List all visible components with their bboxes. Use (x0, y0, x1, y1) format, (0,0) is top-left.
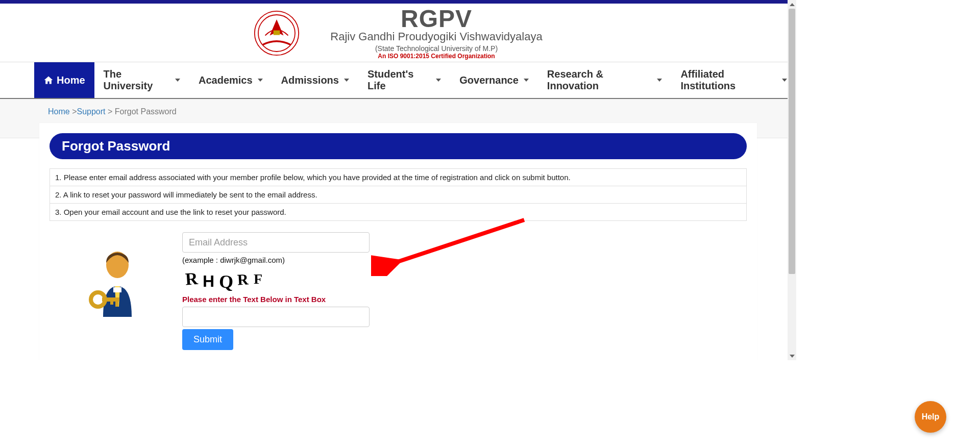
svg-text:F: F (254, 271, 262, 287)
instructions-table: 1. Please enter email address associated… (50, 168, 747, 221)
chevron-down-icon (657, 79, 662, 82)
university-logo (254, 10, 300, 56)
nav-label: Affiliated Institutions (680, 68, 777, 92)
brand-acronym: RGPV (330, 7, 542, 31)
email-example: (example : diwrjk@gmail.com) (182, 256, 747, 264)
chevron-down-icon (436, 79, 441, 82)
captcha-image: R H Q R F (182, 267, 747, 293)
brand-full-name: Rajiv Gandhi Proudyogiki Vishwavidyalaya (330, 30, 542, 43)
email-input[interactable] (182, 232, 370, 253)
svg-text:R: R (185, 269, 199, 289)
brand-certification: An ISO 9001:2015 Certified Organization (330, 53, 542, 60)
nav-governance[interactable]: Governance (450, 62, 538, 98)
breadcrumb-sep: > (108, 107, 115, 116)
scroll-up-button[interactable] (788, 0, 796, 9)
nav-research[interactable]: Research & Innovation (538, 62, 672, 98)
captcha-instruction: Please enter the Text Below in Text Box (182, 295, 747, 304)
vertical-scrollbar[interactable] (788, 0, 796, 360)
nav-label: Research & Innovation (547, 68, 652, 92)
instruction-row: 2. A link to reset your password will im… (50, 186, 747, 204)
main-nav: Home The University Academics Admissions… (0, 62, 796, 99)
svg-rect-7 (115, 297, 118, 307)
nav-label: Admissions (281, 74, 339, 86)
svg-rect-2 (274, 31, 280, 35)
scroll-down-button[interactable] (788, 352, 796, 360)
chevron-down-icon (344, 79, 349, 82)
chevron-down-icon (782, 79, 787, 82)
svg-rect-4 (113, 287, 121, 292)
captcha-input[interactable] (182, 307, 370, 327)
nav-affiliated[interactable]: Affiliated Institutions (671, 62, 796, 98)
nav-home-label: Home (57, 74, 85, 86)
home-icon (43, 75, 54, 85)
svg-text:H: H (203, 272, 214, 290)
nav-admissions[interactable]: Admissions (272, 62, 358, 98)
nav-label: Governance (459, 74, 519, 86)
instruction-row: 1. Please enter email address associated… (50, 169, 747, 186)
breadcrumb-home[interactable]: Home (48, 107, 70, 116)
nav-students-life[interactable]: Student's Life (358, 62, 450, 98)
nav-university[interactable]: The University (94, 62, 189, 98)
top-accent-bar (0, 0, 796, 4)
nav-label: Student's Life (368, 68, 431, 92)
breadcrumb-support[interactable]: Support (77, 107, 105, 116)
nav-label: The University (104, 68, 170, 92)
submit-button[interactable]: Submit (182, 329, 233, 350)
scroll-thumb[interactable] (789, 9, 795, 274)
instruction-row: 3. Open your email account and use the l… (50, 204, 747, 221)
page-title: Forgot Password (50, 133, 747, 159)
brand-subtitle: (State Technological University of M.P) (330, 44, 542, 53)
nav-home[interactable]: Home (34, 62, 94, 98)
site-header: RGPV Rajiv Gandhi Proudyogiki Vishwavidy… (0, 4, 796, 62)
svg-text:Q: Q (218, 271, 234, 291)
user-key-illustration (50, 232, 182, 322)
nav-label: Academics (199, 74, 253, 86)
nav-academics[interactable]: Academics (189, 62, 272, 98)
svg-text:R: R (237, 270, 249, 288)
breadcrumb-current: Forgot Password (115, 107, 177, 116)
main-panel: Forgot Password 1. Please enter email ad… (39, 123, 757, 360)
chevron-down-icon (258, 79, 263, 82)
logo-emblem-icon (254, 10, 300, 56)
chevron-down-icon (524, 79, 529, 82)
svg-rect-8 (110, 297, 113, 305)
chevron-down-icon (175, 79, 180, 82)
